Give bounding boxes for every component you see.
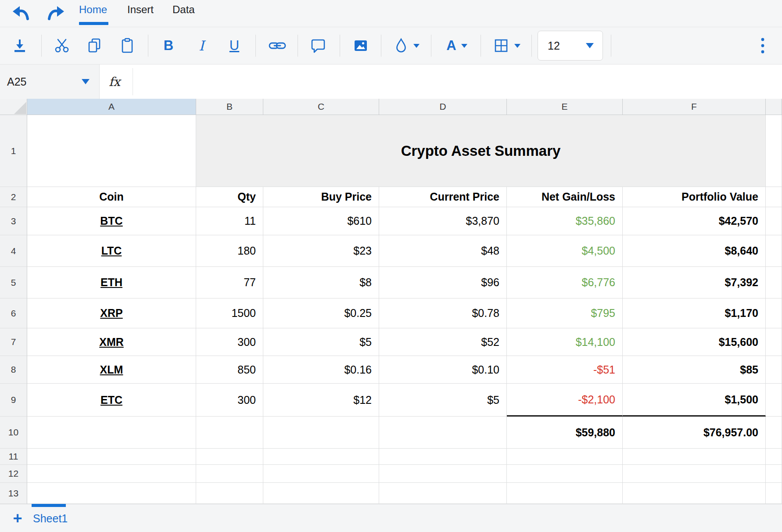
cell-B5[interactable]: 77: [196, 267, 263, 298]
cell-partial-13[interactable]: [766, 483, 782, 504]
cell-B3[interactable]: 11: [196, 207, 263, 235]
cell-E7[interactable]: $14,100: [507, 328, 623, 356]
cell-A4[interactable]: LTC: [27, 235, 196, 267]
cell-C6[interactable]: $0.25: [263, 298, 379, 328]
cell-E2-header[interactable]: Net Gain/Loss: [507, 187, 623, 207]
cell-F6[interactable]: $1,170: [623, 298, 766, 328]
cell-E9[interactable]: -$2,100: [507, 384, 623, 417]
insert-link-button[interactable]: [268, 27, 287, 64]
select-all-corner[interactable]: [0, 99, 27, 115]
cut-button[interactable]: [53, 27, 71, 64]
row-header-1[interactable]: 1: [0, 115, 27, 187]
cell-C13[interactable]: [263, 483, 379, 504]
row-header-5[interactable]: 5: [0, 267, 27, 298]
cell-F4[interactable]: $8,640: [623, 235, 766, 267]
cell-E3[interactable]: $35,860: [507, 207, 623, 235]
row-header-7[interactable]: 7: [0, 328, 27, 356]
cell-A10[interactable]: [27, 417, 196, 449]
comment-button[interactable]: [309, 27, 327, 64]
cell-D5[interactable]: $96: [379, 267, 507, 298]
italic-button[interactable]: I: [192, 27, 211, 64]
cell-B12[interactable]: [196, 465, 263, 483]
cell-partial-8[interactable]: [766, 356, 782, 384]
row-header-9[interactable]: 9: [0, 384, 27, 417]
cell-D2-header[interactable]: Current Price: [379, 187, 507, 207]
row-header-4[interactable]: 4: [0, 235, 27, 267]
column-header-B[interactable]: B: [196, 99, 263, 115]
cell-C9[interactable]: $12: [263, 384, 379, 417]
cell-partial-11[interactable]: [766, 449, 782, 465]
cell-D3[interactable]: $3,870: [379, 207, 507, 235]
cell-B13[interactable]: [196, 483, 263, 504]
download-button[interactable]: [11, 27, 29, 64]
row-header-2[interactable]: 2: [0, 187, 27, 207]
column-header-F[interactable]: F: [623, 99, 766, 115]
copy-button[interactable]: [86, 27, 104, 64]
cell-C11[interactable]: [263, 449, 379, 465]
cell-C8[interactable]: $0.16: [263, 356, 379, 384]
cell-A6[interactable]: XRP: [27, 298, 196, 328]
cell-D12[interactable]: [379, 465, 507, 483]
cell-A3[interactable]: BTC: [27, 207, 196, 235]
cell-E10[interactable]: $59,880: [507, 417, 623, 449]
more-menu-button[interactable]: [753, 27, 772, 64]
row-header-3[interactable]: 3: [0, 207, 27, 235]
cell-B8[interactable]: 850: [196, 356, 263, 384]
cell-D8[interactable]: $0.10: [379, 356, 507, 384]
cell-B6[interactable]: 1500: [196, 298, 263, 328]
cell-B9[interactable]: 300: [196, 384, 263, 417]
cell-D4[interactable]: $48: [379, 235, 507, 267]
cell-C4[interactable]: $23: [263, 235, 379, 267]
column-header-C[interactable]: C: [263, 99, 379, 115]
cell-A2-header[interactable]: Coin: [27, 187, 196, 207]
column-header-D[interactable]: D: [379, 99, 507, 115]
text-color-button[interactable]: A: [440, 27, 474, 64]
paste-button[interactable]: [118, 27, 136, 64]
tab-home[interactable]: Home: [79, 4, 107, 16]
row-header-12[interactable]: 12: [0, 465, 27, 483]
bold-button[interactable]: B: [159, 27, 178, 64]
column-header-A[interactable]: A: [27, 99, 196, 115]
cell-A12[interactable]: [27, 465, 196, 483]
cell-C7[interactable]: $5: [263, 328, 379, 356]
cell-D11[interactable]: [379, 449, 507, 465]
cell-D9[interactable]: $5: [379, 384, 507, 417]
cell-C2-header[interactable]: Buy Price: [263, 187, 379, 207]
column-header-partial[interactable]: [766, 99, 782, 115]
cell-F13[interactable]: [623, 483, 766, 504]
cell-partial-2[interactable]: [766, 187, 782, 207]
cell-B2-header[interactable]: Qty: [196, 187, 263, 207]
cell-E12[interactable]: [507, 465, 623, 483]
cell-F5[interactable]: $7,392: [623, 267, 766, 298]
formula-input[interactable]: [137, 66, 779, 98]
cell-D7[interactable]: $52: [379, 328, 507, 356]
cell-F2-header[interactable]: Portfolio Value: [623, 187, 766, 207]
column-header-E[interactable]: E: [507, 99, 623, 115]
cell-partial-4[interactable]: [766, 235, 782, 267]
font-size-dropdown[interactable]: 12: [538, 31, 603, 61]
tab-insert[interactable]: Insert: [127, 4, 154, 16]
row-header-13[interactable]: 13: [0, 483, 27, 504]
cell-A1[interactable]: [27, 115, 196, 187]
cell-A5[interactable]: ETH: [27, 267, 196, 298]
tab-data[interactable]: Data: [172, 4, 195, 16]
borders-button[interactable]: [488, 27, 524, 64]
cell-E13[interactable]: [507, 483, 623, 504]
cell-E4[interactable]: $4,500: [507, 235, 623, 267]
cell-F3[interactable]: $42,570: [623, 207, 766, 235]
cell-B7[interactable]: 300: [196, 328, 263, 356]
cell-B1-F1-merged-title[interactable]: Crypto Asset Summary: [196, 115, 766, 187]
cell-D10[interactable]: [379, 417, 507, 449]
cell-F10[interactable]: $76,957.00: [623, 417, 766, 449]
cell-A13[interactable]: [27, 483, 196, 504]
insert-image-button[interactable]: [352, 27, 370, 64]
cell-partial-1[interactable]: [766, 115, 782, 187]
cell-E11[interactable]: [507, 449, 623, 465]
cell-C10[interactable]: [263, 417, 379, 449]
cell-partial-9[interactable]: [766, 384, 782, 417]
sheet-tab-sheet1[interactable]: Sheet1: [33, 504, 68, 532]
cell-partial-12[interactable]: [766, 465, 782, 483]
cell-C3[interactable]: $610: [263, 207, 379, 235]
cell-A9[interactable]: ETC: [27, 384, 196, 417]
undo-button[interactable]: [10, 4, 29, 21]
